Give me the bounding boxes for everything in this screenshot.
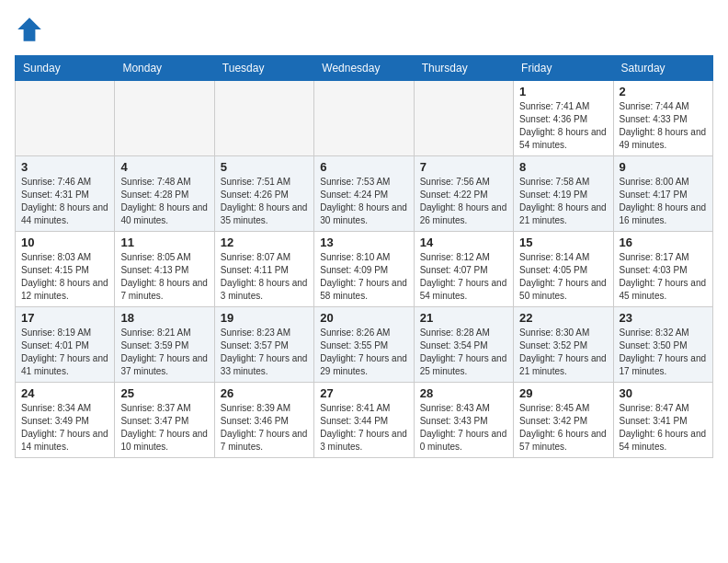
day-number: 22: [519, 311, 607, 325]
day-number: 7: [420, 160, 507, 174]
calendar-cell: [414, 81, 513, 156]
calendar-cell: 9Sunrise: 8:00 AM Sunset: 4:17 PM Daylig…: [613, 156, 712, 232]
calendar-cell: [115, 81, 214, 156]
calendar-cell: 23Sunrise: 8:32 AM Sunset: 3:50 PM Dayli…: [613, 307, 712, 383]
day-number: 29: [519, 386, 607, 400]
logo: [15, 15, 48, 44]
day-info: Sunrise: 8:47 AM Sunset: 3:41 PM Dayligh…: [620, 402, 707, 454]
calendar-table: SundayMondayTuesdayWednesdayThursdayFrid…: [15, 55, 713, 458]
day-number: 30: [620, 386, 707, 400]
day-number: 17: [21, 311, 108, 325]
day-number: 10: [21, 236, 108, 249]
calendar-cell: [314, 81, 414, 156]
day-info: Sunrise: 8:03 AM Sunset: 4:15 PM Dayligh…: [21, 251, 108, 303]
calendar-cell: 13Sunrise: 8:10 AM Sunset: 4:09 PM Dayli…: [314, 232, 414, 307]
day-info: Sunrise: 8:12 AM Sunset: 4:07 PM Dayligh…: [420, 251, 507, 303]
day-number: 13: [320, 236, 407, 249]
calendar-cell: 25Sunrise: 8:37 AM Sunset: 3:47 PM Dayli…: [115, 383, 214, 458]
day-info: Sunrise: 8:45 AM Sunset: 3:42 PM Dayligh…: [519, 402, 607, 454]
day-number: 25: [120, 386, 208, 400]
calendar-day-header: Friday: [514, 56, 613, 81]
calendar-cell: 17Sunrise: 8:19 AM Sunset: 4:01 PM Dayli…: [16, 307, 115, 383]
day-number: 28: [420, 386, 507, 400]
calendar-cell: 22Sunrise: 8:30 AM Sunset: 3:52 PM Dayli…: [514, 307, 613, 383]
calendar-cell: 10Sunrise: 8:03 AM Sunset: 4:15 PM Dayli…: [16, 232, 115, 307]
day-info: Sunrise: 7:58 AM Sunset: 4:19 PM Dayligh…: [519, 176, 607, 227]
day-number: 4: [120, 160, 208, 174]
day-number: 21: [420, 311, 507, 325]
day-info: Sunrise: 8:41 AM Sunset: 3:44 PM Dayligh…: [320, 402, 407, 454]
calendar-cell: 7Sunrise: 7:56 AM Sunset: 4:22 PM Daylig…: [414, 156, 513, 232]
calendar-cell: 8Sunrise: 7:58 AM Sunset: 4:19 PM Daylig…: [514, 156, 613, 232]
day-number: 24: [21, 386, 108, 400]
calendar-day-header: Sunday: [16, 56, 115, 81]
calendar-week-row: 24Sunrise: 8:34 AM Sunset: 3:49 PM Dayli…: [16, 383, 713, 458]
day-info: Sunrise: 8:07 AM Sunset: 4:11 PM Dayligh…: [221, 251, 308, 303]
calendar-day-header: Saturday: [613, 56, 712, 81]
calendar-cell: 3Sunrise: 7:46 AM Sunset: 4:31 PM Daylig…: [16, 156, 115, 232]
calendar-cell: 1Sunrise: 7:41 AM Sunset: 4:36 PM Daylig…: [514, 81, 613, 156]
calendar-week-row: 10Sunrise: 8:03 AM Sunset: 4:15 PM Dayli…: [16, 232, 713, 307]
day-info: Sunrise: 7:56 AM Sunset: 4:22 PM Dayligh…: [420, 176, 507, 227]
calendar-cell: 2Sunrise: 7:44 AM Sunset: 4:33 PM Daylig…: [613, 81, 712, 156]
day-info: Sunrise: 7:48 AM Sunset: 4:28 PM Dayligh…: [120, 176, 208, 227]
day-info: Sunrise: 8:37 AM Sunset: 3:47 PM Dayligh…: [120, 402, 208, 454]
calendar-week-row: 17Sunrise: 8:19 AM Sunset: 4:01 PM Dayli…: [16, 307, 713, 383]
calendar-cell: 4Sunrise: 7:48 AM Sunset: 4:28 PM Daylig…: [115, 156, 214, 232]
calendar-cell: 11Sunrise: 8:05 AM Sunset: 4:13 PM Dayli…: [115, 232, 214, 307]
calendar-cell: 21Sunrise: 8:28 AM Sunset: 3:54 PM Dayli…: [414, 307, 513, 383]
calendar-day-header: Monday: [115, 56, 214, 81]
svg-marker-0: [17, 17, 41, 41]
day-info: Sunrise: 8:34 AM Sunset: 3:49 PM Dayligh…: [21, 402, 108, 454]
calendar-cell: [16, 81, 115, 156]
day-number: 20: [320, 311, 407, 325]
calendar-cell: 24Sunrise: 8:34 AM Sunset: 3:49 PM Dayli…: [16, 383, 115, 458]
day-number: 6: [320, 160, 407, 174]
day-info: Sunrise: 8:23 AM Sunset: 3:57 PM Dayligh…: [221, 327, 308, 378]
day-info: Sunrise: 8:00 AM Sunset: 4:17 PM Dayligh…: [620, 176, 707, 227]
calendar-cell: 28Sunrise: 8:43 AM Sunset: 3:43 PM Dayli…: [414, 383, 513, 458]
day-info: Sunrise: 8:19 AM Sunset: 4:01 PM Dayligh…: [21, 327, 108, 378]
day-number: 5: [221, 160, 308, 174]
calendar-cell: 18Sunrise: 8:21 AM Sunset: 3:59 PM Dayli…: [115, 307, 214, 383]
day-number: 15: [519, 236, 607, 249]
day-info: Sunrise: 7:46 AM Sunset: 4:31 PM Dayligh…: [21, 176, 108, 227]
day-number: 14: [420, 236, 507, 249]
day-number: 18: [120, 311, 208, 325]
calendar-cell: 15Sunrise: 8:14 AM Sunset: 4:05 PM Dayli…: [514, 232, 613, 307]
calendar-day-header: Thursday: [414, 56, 513, 81]
day-info: Sunrise: 7:41 AM Sunset: 4:36 PM Dayligh…: [519, 100, 607, 152]
calendar-day-header: Wednesday: [314, 56, 414, 81]
day-number: 12: [221, 236, 308, 249]
calendar-cell: 27Sunrise: 8:41 AM Sunset: 3:44 PM Dayli…: [314, 383, 414, 458]
day-info: Sunrise: 8:26 AM Sunset: 3:55 PM Dayligh…: [320, 327, 407, 378]
day-info: Sunrise: 8:10 AM Sunset: 4:09 PM Dayligh…: [320, 251, 407, 303]
day-info: Sunrise: 8:43 AM Sunset: 3:43 PM Dayligh…: [420, 402, 507, 454]
calendar-header-row: SundayMondayTuesdayWednesdayThursdayFrid…: [16, 56, 713, 81]
day-number: 9: [620, 160, 707, 174]
day-info: Sunrise: 8:05 AM Sunset: 4:13 PM Dayligh…: [120, 251, 208, 303]
calendar-cell: 26Sunrise: 8:39 AM Sunset: 3:46 PM Dayli…: [214, 383, 313, 458]
calendar-cell: 19Sunrise: 8:23 AM Sunset: 3:57 PM Dayli…: [214, 307, 313, 383]
day-number: 26: [221, 386, 308, 400]
day-number: 27: [320, 386, 407, 400]
calendar-week-row: 3Sunrise: 7:46 AM Sunset: 4:31 PM Daylig…: [16, 156, 713, 232]
day-number: 19: [221, 311, 308, 325]
calendar-day-header: Tuesday: [214, 56, 313, 81]
day-info: Sunrise: 8:28 AM Sunset: 3:54 PM Dayligh…: [420, 327, 507, 378]
logo-icon: [15, 15, 44, 44]
calendar-cell: 20Sunrise: 8:26 AM Sunset: 3:55 PM Dayli…: [314, 307, 414, 383]
page-header: [15, 15, 713, 44]
day-info: Sunrise: 8:17 AM Sunset: 4:03 PM Dayligh…: [620, 251, 707, 303]
calendar-cell: [214, 81, 313, 156]
calendar-cell: 5Sunrise: 7:51 AM Sunset: 4:26 PM Daylig…: [214, 156, 313, 232]
day-info: Sunrise: 7:53 AM Sunset: 4:24 PM Dayligh…: [320, 176, 407, 227]
calendar-cell: 29Sunrise: 8:45 AM Sunset: 3:42 PM Dayli…: [514, 383, 613, 458]
day-number: 1: [519, 85, 607, 98]
calendar-cell: 12Sunrise: 8:07 AM Sunset: 4:11 PM Dayli…: [214, 232, 313, 307]
day-number: 16: [620, 236, 707, 249]
day-info: Sunrise: 8:21 AM Sunset: 3:59 PM Dayligh…: [120, 327, 208, 378]
calendar-cell: 14Sunrise: 8:12 AM Sunset: 4:07 PM Dayli…: [414, 232, 513, 307]
day-info: Sunrise: 7:44 AM Sunset: 4:33 PM Dayligh…: [620, 100, 707, 152]
calendar-week-row: 1Sunrise: 7:41 AM Sunset: 4:36 PM Daylig…: [16, 81, 713, 156]
